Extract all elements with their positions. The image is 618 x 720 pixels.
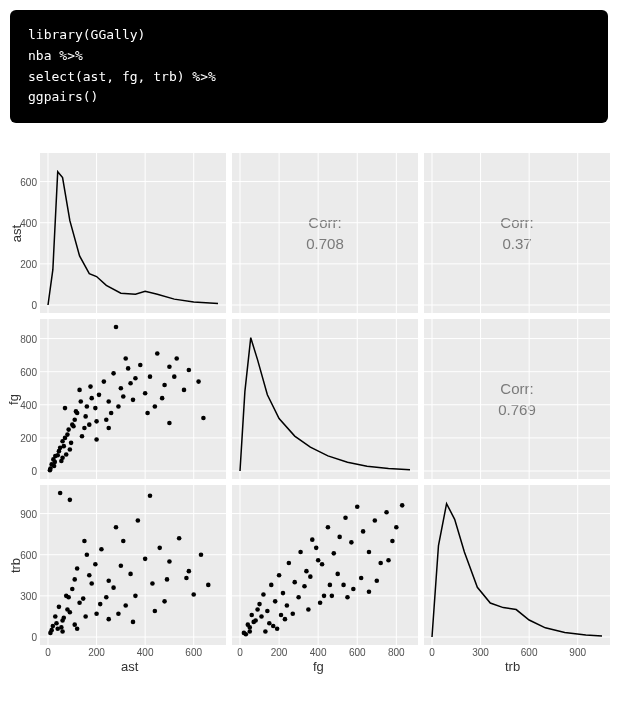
svg-point-247 <box>386 558 391 563</box>
svg-point-152 <box>93 562 98 567</box>
svg-point-231 <box>349 540 354 545</box>
svg-point-90 <box>160 396 165 401</box>
svg-point-185 <box>131 620 136 625</box>
svg-point-243 <box>351 587 356 592</box>
svg-point-75 <box>116 404 121 409</box>
svg-point-165 <box>150 581 155 586</box>
y-tick: 800 <box>20 333 40 344</box>
svg-point-241 <box>390 539 395 544</box>
svg-point-158 <box>104 595 109 600</box>
svg-point-150 <box>87 573 92 578</box>
svg-point-82 <box>148 375 153 380</box>
svg-point-41 <box>53 460 58 465</box>
svg-point-55 <box>85 404 90 409</box>
svg-point-248 <box>374 579 379 584</box>
svg-point-190 <box>98 602 103 607</box>
x-tick: 200 <box>271 645 288 658</box>
x-tick: 0 <box>237 645 243 658</box>
svg-point-148 <box>89 581 94 586</box>
svg-point-246 <box>400 503 405 508</box>
svg-point-86 <box>145 411 150 416</box>
svg-point-88 <box>174 356 179 361</box>
svg-point-95 <box>106 426 111 431</box>
svg-point-261 <box>330 594 335 599</box>
svg-point-147 <box>85 553 90 558</box>
svg-point-89 <box>182 388 187 393</box>
x-tick: 300 <box>472 645 489 658</box>
y-tick: 600 <box>20 549 40 560</box>
svg-point-47 <box>52 464 57 469</box>
col-label-ast: ast <box>121 659 138 674</box>
corr-label: Corr: <box>500 378 533 399</box>
corr-value: 0.708 <box>306 233 344 254</box>
svg-point-79 <box>143 391 148 396</box>
svg-point-70 <box>102 380 107 385</box>
svg-point-188 <box>55 627 60 632</box>
svg-point-177 <box>187 569 192 574</box>
svg-point-173 <box>184 576 189 581</box>
svg-point-229 <box>337 535 342 540</box>
svg-point-61 <box>68 447 73 452</box>
svg-point-220 <box>285 603 290 608</box>
svg-point-257 <box>247 629 252 634</box>
svg-point-59 <box>77 388 82 393</box>
svg-point-232 <box>355 505 360 510</box>
svg-point-217 <box>304 569 309 574</box>
svg-point-72 <box>111 371 116 376</box>
svg-point-175 <box>162 599 167 604</box>
svg-point-161 <box>121 539 126 544</box>
svg-point-91 <box>172 375 177 380</box>
svg-point-62 <box>64 452 69 457</box>
corr-value: 0.769 <box>498 399 536 420</box>
x-tick: 400 <box>137 645 154 658</box>
svg-point-84 <box>162 383 167 388</box>
svg-point-155 <box>114 525 119 530</box>
svg-point-236 <box>361 529 366 534</box>
svg-point-133 <box>53 614 58 619</box>
svg-point-172 <box>177 536 182 541</box>
svg-point-174 <box>191 592 196 597</box>
svg-point-208 <box>261 592 266 597</box>
svg-point-180 <box>58 491 63 496</box>
svg-point-182 <box>106 617 111 622</box>
corr-label: Corr: <box>308 212 341 233</box>
svg-point-226 <box>320 562 325 567</box>
x-tick: 400 <box>310 645 327 658</box>
svg-point-209 <box>265 609 270 614</box>
svg-point-37 <box>48 468 53 473</box>
svg-point-240 <box>384 510 389 515</box>
svg-point-251 <box>267 621 272 626</box>
svg-point-160 <box>61 616 66 621</box>
svg-point-223 <box>302 584 307 589</box>
svg-point-214 <box>287 561 292 566</box>
y-tick: 0 <box>31 632 40 643</box>
svg-point-211 <box>273 599 278 604</box>
svg-point-210 <box>269 583 274 588</box>
svg-point-166 <box>157 546 162 551</box>
svg-point-83 <box>155 351 160 356</box>
svg-point-154 <box>106 579 111 584</box>
svg-point-151 <box>82 539 87 544</box>
svg-point-46 <box>72 418 77 423</box>
x-tick: 200 <box>88 645 105 658</box>
svg-point-146 <box>81 596 86 601</box>
svg-point-80 <box>131 398 136 403</box>
scatter-cell-trb-vs-fg: 0200400600800 <box>232 485 418 645</box>
svg-point-103 <box>87 423 92 428</box>
svg-point-57 <box>94 419 99 424</box>
svg-point-48 <box>55 453 60 458</box>
svg-point-77 <box>123 356 128 361</box>
svg-point-94 <box>114 325 119 330</box>
svg-point-162 <box>128 572 133 577</box>
svg-point-238 <box>373 518 378 523</box>
svg-point-206 <box>251 620 256 625</box>
row-label-fg: fg <box>6 394 21 405</box>
svg-point-255 <box>271 624 276 629</box>
svg-point-143 <box>65 607 70 612</box>
svg-point-156 <box>119 564 124 569</box>
scatter-cell-trb-vs-ast: 03006009000200400600 <box>40 485 226 645</box>
svg-point-163 <box>136 518 141 523</box>
svg-point-176 <box>153 609 158 614</box>
svg-point-164 <box>143 557 148 562</box>
svg-point-149 <box>94 612 99 617</box>
